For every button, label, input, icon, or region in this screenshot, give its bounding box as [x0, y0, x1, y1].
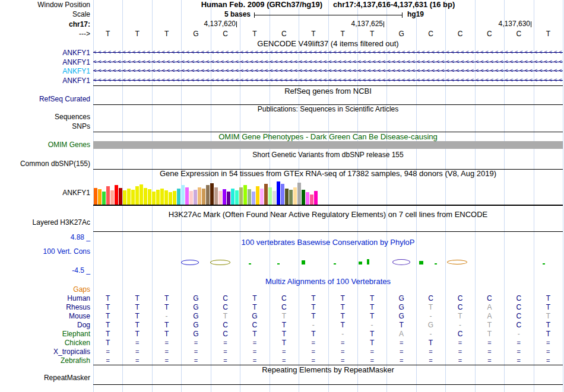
gtex-bar	[169, 192, 172, 205]
multiz-base: =	[152, 348, 181, 356]
gene-label[interactable]: ANKFY1	[62, 58, 90, 66]
gene-row[interactable]: <<<<<<<<<<<<<<<<<<<<<<<<<<<<<<<<<<<<<<<<…	[93, 77, 563, 84]
multiz-base: T	[328, 294, 357, 302]
multiz-base: T	[475, 321, 504, 329]
dbsnp-track-title: Short Genetic Variants from dbSNP releas…	[93, 151, 563, 160]
multiz-base: T	[240, 303, 269, 311]
base-letter: T	[299, 30, 328, 38]
gtex-bar	[185, 187, 189, 205]
multiz-base: =	[445, 339, 474, 347]
species-label[interactable]: Elephant	[62, 330, 90, 338]
multiz-base: T	[357, 339, 386, 347]
base-letter: C	[211, 30, 240, 38]
species-label[interactable]: Zebrafish	[61, 356, 90, 365]
sequences-label[interactable]: Sequences	[55, 113, 90, 121]
omim-genes-label[interactable]: OMIM Genes	[48, 141, 90, 149]
gene-row[interactable]: <<<<<<<<<<<<<<<<<<<<<<<<<<<<<<<<<<<<<<<<…	[93, 49, 563, 56]
multiz-base: T	[299, 330, 328, 338]
gene-row[interactable]: <<<<<<<<<<<<<<<<<<<<<<<<<<<<<<<<<<<<<<<<…	[93, 58, 563, 66]
multiz-base: G	[181, 303, 210, 311]
position-tick-value: 4,137,630	[499, 20, 530, 28]
gtex-bar	[273, 191, 276, 205]
track-separator	[93, 205, 563, 206]
gene-strand-chevrons: <<<<<<<<<<<<<<<<<<<<<<<<<<<<<<<<<<<<<<<<…	[93, 77, 563, 84]
multiz-base: =	[93, 348, 122, 356]
gtex-bar	[268, 187, 272, 205]
omim-bar[interactable]	[93, 141, 563, 149]
position-header: Human Feb. 2009 (GRCh37/hg19) chr17:4,13…	[93, 1, 563, 9]
repeatmasker-track-title: Repeating Elements by RepeatMasker	[93, 365, 563, 374]
refseq-track-title: RefSeq genes from NCBI	[93, 87, 563, 95]
multiz-base: =	[211, 348, 240, 356]
scale-value: 5 bases	[224, 10, 251, 18]
multiz-base: C	[445, 303, 474, 311]
gene-label[interactable]: ANKFY1	[62, 77, 90, 85]
base-letter: T	[122, 30, 151, 38]
multiz-base: T	[299, 294, 328, 302]
multiz-base: =	[357, 348, 386, 356]
base-letter: T	[152, 30, 181, 38]
gene-label[interactable]: ANKFY1	[62, 49, 90, 57]
position-range: chr17:4,137,616-4,137,631 (16 bp)	[333, 1, 455, 9]
phylop-mark	[367, 259, 369, 264]
track-separator	[93, 231, 563, 232]
phylop-label[interactable]: 100 Vert. Cons	[43, 247, 90, 256]
multiz-base: C	[270, 303, 299, 311]
species-label[interactable]: Dog	[77, 321, 90, 329]
multiz-base: =	[122, 339, 151, 347]
multiz-base: C	[504, 303, 533, 311]
multiz-base: -	[299, 321, 328, 329]
gtex-bar	[189, 191, 193, 205]
gene-label[interactable]: ANKFY1	[62, 67, 90, 75]
gene-row[interactable]: <<<<<<<<<<<<<<<<<<<<<<<<<<<<<<<<<<<<<<<<…	[93, 67, 563, 75]
multiz-base: T	[93, 312, 122, 320]
refseq-curated-label[interactable]: RefSeq Curated	[39, 95, 90, 103]
multiz-base: C	[211, 294, 240, 302]
multiz-base: =	[240, 339, 269, 347]
multiz-base: T	[122, 312, 151, 320]
multiz-base: T	[270, 312, 299, 320]
gtex-bar	[227, 192, 230, 205]
omim-track-title: OMIM Gene Phenotypes - Dark Green Can Be…	[93, 132, 563, 141]
h3k27ac-label[interactable]: Layered H3K27Ac	[33, 218, 90, 227]
multiz-base: C	[240, 321, 269, 329]
species-label[interactable]: Gaps	[73, 285, 90, 294]
gtex-gene-label[interactable]: ANKFY1	[62, 189, 90, 197]
species-label[interactable]: Chicken	[65, 339, 90, 347]
multiz-base: C	[445, 294, 474, 302]
tick-mark	[531, 21, 531, 27]
tick-mark	[384, 21, 384, 27]
dbsnp-label[interactable]: Common dbSNP(155)	[20, 160, 90, 168]
species-label[interactable]: Rhesus	[66, 303, 90, 311]
species-label[interactable]: Human	[67, 294, 90, 302]
multiz-base: -	[445, 321, 474, 329]
gridline	[563, 0, 563, 392]
multiz-base: T	[328, 321, 357, 329]
multiz-base: =	[270, 348, 299, 356]
multiz-base: G	[386, 312, 416, 320]
publications-track-title: Publications: Sequences in Scientific Ar…	[93, 105, 563, 114]
multiz-base: =	[475, 348, 504, 356]
species-label[interactable]: Mouse	[69, 312, 90, 320]
multiz-base: T	[211, 312, 240, 320]
multiz-base: T	[270, 339, 299, 347]
multiz-base: -	[357, 321, 386, 329]
repeatmasker-label[interactable]: RepeatMasker	[44, 374, 90, 382]
multiz-base: T	[122, 294, 151, 302]
gtex-bar	[264, 184, 268, 205]
multiz-base: T	[445, 312, 474, 320]
phylop-mark	[419, 261, 423, 264]
strand-direction-label: --->	[79, 30, 90, 38]
gene-strand-chevrons: <<<<<<<<<<<<<<<<<<<<<<<<<<<<<<<<<<<<<<<<…	[93, 49, 563, 56]
gtex-bar	[173, 191, 176, 205]
gtex-bar	[98, 189, 102, 205]
multiz-base: =	[445, 348, 474, 356]
multiz-base: T	[534, 303, 563, 311]
gtex-bar	[164, 190, 168, 205]
multiz-base: T	[152, 321, 181, 329]
species-label[interactable]: X_tropicalis	[53, 348, 90, 356]
snps-label[interactable]: SNPs	[72, 122, 90, 130]
base-letter: C	[416, 30, 445, 38]
multiz-base: =	[299, 356, 328, 365]
multiz-base: =	[328, 339, 357, 347]
